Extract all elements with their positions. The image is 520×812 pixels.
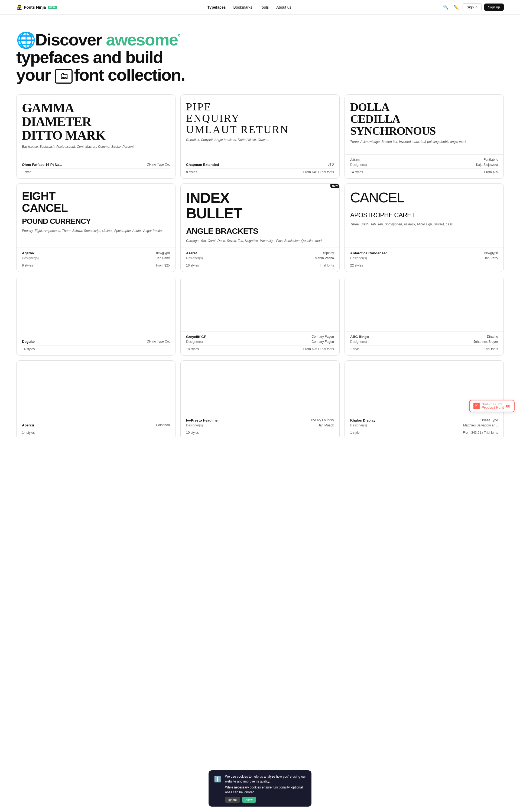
product-hunt-badge[interactable]: 🅿 FEATURED ON Product Hunt 88 xyxy=(469,400,515,412)
card12-price: From $43.61 / Trial fonts xyxy=(463,431,498,435)
card3-designer: Kaja Slojewska xyxy=(476,163,498,167)
edit-button[interactable]: ✏️ xyxy=(452,3,460,11)
card2-meta: Chapman Extended JTD 8 styles From $40 /… xyxy=(181,159,339,178)
card5-font-name: INDEXBULLETANGLE BRACKETS xyxy=(186,190,334,236)
card4-chars: Enquiry, Eight, Ampersand, Thorn, Schwa,… xyxy=(22,228,170,233)
ph-name: Product Hunt xyxy=(482,405,504,410)
card10-foundry: Colophon xyxy=(156,423,170,427)
font-card-10[interactable]: Apercu Colophon 14 styles xyxy=(16,360,176,439)
nav-links: Typefaces Bookmarks Tools About us xyxy=(207,5,291,9)
ph-logo-icon: 🅿 xyxy=(473,402,479,410)
card12-name: Khalos Display xyxy=(350,418,375,422)
nav-typefaces[interactable]: Typefaces xyxy=(207,5,226,9)
card7-meta: Degular OH no Type Co. 14 styles xyxy=(17,336,175,355)
search-button[interactable]: 🔍 xyxy=(442,3,449,11)
hero-heading: 🌐Discover awesome° typefaces and build y… xyxy=(16,31,189,84)
card9-designer: Johannes Breyer xyxy=(473,340,498,344)
logo[interactable]: 🥷 Fonts Ninja BETA xyxy=(16,4,57,10)
card2-chars: Retroflex, Copyleft, Angle brackets, Dot… xyxy=(186,137,334,142)
card6-designer-label: Designer(s) xyxy=(350,256,367,260)
signup-button[interactable]: Sign up xyxy=(484,3,504,11)
degree-symbol: ° xyxy=(178,33,180,41)
card4-price: From $25 xyxy=(156,263,170,267)
nav-about[interactable]: About us xyxy=(276,5,291,9)
card11-foundry: The Ivy Foundry xyxy=(310,418,334,422)
logo-text: Fonts Ninja xyxy=(24,5,46,9)
font-card-5[interactable]: NEW INDEXBULLETANGLE BRACKETS Carriage, … xyxy=(180,184,340,272)
card8-meta: Greycliff CF Connary Fagen Designer(s) C… xyxy=(181,331,339,355)
font-card-7[interactable]: Degular OH no Type Co. 14 styles xyxy=(16,277,176,356)
card5-designer-label: Designer(s) xyxy=(186,256,203,260)
card5-preview: INDEXBULLETANGLE BRACKETS Carriage, Yen,… xyxy=(181,184,339,248)
card6-chars: Three, Slash, Tab, Ten, Soft hyphen, Ast… xyxy=(350,222,498,227)
card9-name: ABC Bingo xyxy=(350,335,369,339)
card12-designer-label: Designer(s) xyxy=(350,423,367,427)
card1-name: Ohno Fatface 16 Pt Na... xyxy=(22,163,62,167)
card7-preview xyxy=(17,277,175,336)
card9-styles: 1 style xyxy=(350,347,360,351)
card1-foundry: OH no Type Co. xyxy=(147,163,170,167)
folder-icon-box: 🗂 xyxy=(55,69,73,84)
new-badge: NEW xyxy=(331,184,339,188)
ph-featured-label: FEATURED ON xyxy=(482,402,504,405)
card4-name: Agatha xyxy=(22,251,34,255)
card3-name: Alkes xyxy=(350,158,360,162)
card1-font-name: GAMMADIAMETERDITTO MARK xyxy=(22,101,170,142)
card1-preview: GAMMADIAMETERDITTO MARK Backspace, Backs… xyxy=(17,95,175,159)
card1-chars: Backspace, Backslash, Acute accent, Cent… xyxy=(22,144,170,149)
font-card-2[interactable]: PIPEENQUIRYUMLAUT RETURN Retroflex, Copy… xyxy=(180,94,340,178)
card4-preview: EIGHTCANCELPOUND CURRENCY Enquiry, Eight… xyxy=(17,184,175,248)
font-card-8[interactable]: Greycliff CF Connary Fagen Designer(s) C… xyxy=(180,277,340,356)
card9-meta: ABC Bingo Dinamo Designer(s) Johannes Br… xyxy=(345,331,503,355)
card9-foundry: Dinamo xyxy=(487,335,498,339)
ph-count: 88 xyxy=(506,404,510,408)
card5-designer: Martin Vácha xyxy=(315,256,334,260)
card9-preview xyxy=(345,277,503,331)
nav-bookmarks[interactable]: Bookmarks xyxy=(233,5,253,9)
font-card-1[interactable]: GAMMADIAMETERDITTO MARK Backspace, Backs… xyxy=(16,94,176,178)
card6-meta: Antarctica Condensed newglyph Designer(s… xyxy=(345,248,503,272)
font-card-11[interactable]: IvyPresto Headline The Ivy Foundry Desig… xyxy=(180,360,340,439)
card4-foundry: newglyph xyxy=(156,251,170,255)
card6-styles: 22 styles xyxy=(350,263,363,267)
card6-designer: Ian Party xyxy=(485,256,498,260)
card9-designer-label: Designer(s) xyxy=(350,340,367,344)
beta-badge: BETA xyxy=(48,6,57,9)
card3-font-name: DOLLACEDILLASYNCHRONOUS xyxy=(350,101,498,137)
card5-name: Azeret xyxy=(186,251,197,255)
card11-designer: Jan Maack xyxy=(318,423,334,427)
card2-preview: PIPEENQUIRYUMLAUT RETURN Retroflex, Copy… xyxy=(181,95,339,159)
card5-styles: 16 styles xyxy=(186,263,199,267)
card5-price: Trial fonts xyxy=(320,263,334,267)
card3-styles: 14 styles xyxy=(350,170,363,174)
card11-meta: IvyPresto Headline The Ivy Foundry Desig… xyxy=(181,415,339,439)
card3-chars: Three, Acknowledge, Broken bar, Inverted… xyxy=(350,139,498,144)
font-card-6[interactable]: CANCELAPOSTROPHE CARET Three, Slash, Tab… xyxy=(344,184,504,272)
card3-meta: Alkes Fontfabric Designer(s) Kaja Slojew… xyxy=(345,154,503,178)
card8-foundry: Connary Fagen xyxy=(311,335,334,339)
card6-preview: CANCELAPOSTROPHE CARET Three, Slash, Tab… xyxy=(345,184,503,248)
ninja-icon: 🥷 xyxy=(16,4,22,10)
card6-foundry: newglyph xyxy=(484,251,498,255)
hero-section: 🌐Discover awesome° typefaces and build y… xyxy=(0,15,206,94)
card5-meta: Azeret Displaay Designer(s) Martin Vácha… xyxy=(181,248,339,272)
font-card-3[interactable]: DOLLACEDILLASYNCHRONOUS Three, Acknowled… xyxy=(344,94,504,178)
card2-price: From $40 / Trial fonts xyxy=(303,170,334,174)
card4-designer-label: Designer(s) xyxy=(22,256,39,260)
font-card-4[interactable]: EIGHTCANCELPOUND CURRENCY Enquiry, Eight… xyxy=(16,184,176,272)
nav-tools[interactable]: Tools xyxy=(260,5,269,9)
card4-styles: 9 styles xyxy=(22,263,33,267)
card11-designer-label: Designer(s) xyxy=(186,423,203,427)
font-card-9[interactable]: ABC Bingo Dinamo Designer(s) Johannes Br… xyxy=(344,277,504,356)
card2-font-name: PIPEENQUIRYUMLAUT RETURN xyxy=(186,101,334,135)
signin-button[interactable]: Sign in xyxy=(463,3,482,11)
card10-meta: Apercu Colophon 14 styles xyxy=(17,420,175,439)
card10-preview xyxy=(17,361,175,420)
globe-icon: 🌐 xyxy=(16,31,35,49)
card8-designer-label: Designer(s) xyxy=(186,340,203,344)
card5-chars: Carriage, Yen, Caret, Dash, Seven, Tab, … xyxy=(186,239,334,243)
card4-font-name: EIGHTCANCELPOUND CURRENCY xyxy=(22,190,170,226)
card8-designer: Connary Fagen xyxy=(311,340,334,344)
card12-meta: Khalos Display Blaze Type Designer(s) Ma… xyxy=(345,415,503,439)
card7-styles: 14 styles xyxy=(22,347,35,351)
